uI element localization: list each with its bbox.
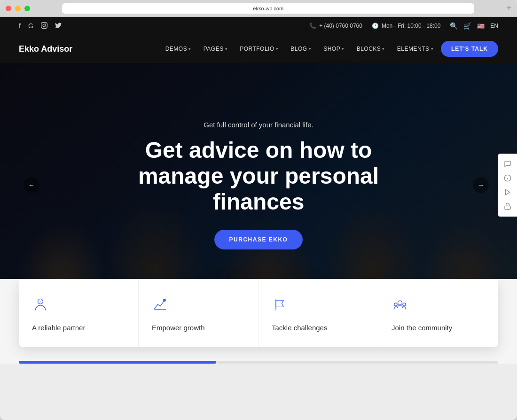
flag-icon: 🇺🇸: [477, 23, 485, 30]
clock-icon: 🕐: [372, 23, 379, 29]
lock-sidebar-icon[interactable]: [501, 200, 514, 213]
play-sidebar-icon[interactable]: [501, 186, 514, 199]
phone-number: + (40) 0760 0760: [319, 23, 362, 29]
feature-label-1: Empower growth: [152, 324, 205, 332]
blocks-arrow: ▾: [382, 47, 385, 51]
hero-section: Get full control of your financial life.…: [0, 63, 517, 307]
feature-card-3: Join the community: [378, 279, 498, 347]
nav-links: DEMOS ▾ PAGES ▾ PORTFOLIO ▾ BLOG ▾ SHOP: [161, 41, 498, 57]
sidebar-panel: [498, 154, 517, 217]
shop-arrow: ▾: [342, 47, 345, 51]
url-text: ekko-wp.com: [253, 6, 283, 11]
social-links: f G: [19, 22, 62, 30]
minimize-button[interactable]: [15, 6, 21, 11]
svg-point-11: [394, 303, 397, 306]
browser-window: ekko-wp.com + f G 📞 + (40) 0760 0760: [0, 0, 517, 420]
new-tab-button[interactable]: +: [506, 3, 511, 13]
cart-icon[interactable]: 🛒: [463, 22, 471, 30]
features-section: A reliable partner Empower growth: [0, 279, 517, 347]
top-bar: f G 📞 + (40) 0760 0760 🕐 Mon - Fri: 10:0…: [0, 17, 517, 35]
progress-section: [0, 347, 517, 364]
chat-sidebar-icon[interactable]: [501, 157, 514, 171]
google-icon[interactable]: G: [28, 22, 33, 30]
hero-title: Get advice on how to manage your persona…: [103, 137, 414, 215]
nav-demos[interactable]: DEMOS ▾: [161, 43, 196, 55]
pages-arrow: ▾: [225, 47, 228, 51]
nav-blog[interactable]: BLOG ▾: [286, 43, 316, 55]
phone-icon: 📞: [309, 23, 316, 29]
purchase-button[interactable]: PURCHASE EKKO: [214, 230, 303, 249]
language-text[interactable]: EN: [490, 23, 498, 29]
search-icon[interactable]: 🔍: [450, 22, 458, 30]
svg-point-10: [398, 301, 402, 305]
hours-text: Mon - Fri: 10:00 - 18:00: [382, 23, 440, 29]
svg-rect-4: [505, 206, 510, 209]
website-content: f G 📞 + (40) 0760 0760 🕐 Mon - Fri: 10:0…: [0, 17, 517, 420]
hero-content: Get full control of your financial life.…: [94, 121, 423, 250]
flag-icon: [272, 296, 289, 316]
hero-next-button[interactable]: →: [473, 177, 489, 193]
twitter-icon[interactable]: [55, 22, 62, 30]
svg-point-7: [164, 299, 166, 302]
feature-label-2: Tackle challenges: [272, 324, 327, 332]
community-icon: [392, 296, 408, 316]
blog-arrow: ▾: [309, 47, 312, 51]
feature-card-1: Empower growth: [139, 279, 258, 347]
phone-info: 📞 + (40) 0760 0760: [309, 23, 362, 29]
instagram-icon[interactable]: [41, 22, 47, 30]
nav-blocks[interactable]: BLOCKS ▾: [352, 43, 390, 55]
close-button[interactable]: [6, 6, 11, 11]
person-icon: [32, 296, 49, 316]
svg-point-12: [403, 303, 406, 306]
svg-point-6: [39, 301, 41, 303]
svg-marker-3: [505, 189, 509, 195]
topbar-actions: 🔍 🛒 🇺🇸 EN: [450, 22, 498, 30]
hero-prev-button[interactable]: ←: [24, 177, 39, 193]
hero-subtitle: Get full control of your financial life.: [103, 121, 414, 129]
nav-elements[interactable]: ELEMENTS ▾: [392, 43, 438, 55]
features-grid: A reliable partner Empower growth: [19, 279, 498, 347]
info-sidebar-icon[interactable]: [501, 171, 514, 185]
nav-portfolio[interactable]: PORTFOLIO ▾: [235, 43, 283, 55]
portfolio-arrow: ▾: [276, 47, 279, 51]
topbar-right: 📞 + (40) 0760 0760 🕐 Mon - Fri: 10:00 - …: [309, 22, 498, 30]
feature-label-0: A reliable partner: [32, 324, 85, 332]
address-bar[interactable]: ekko-wp.com: [62, 3, 474, 14]
maximize-button[interactable]: [24, 6, 30, 11]
feature-card-2: Tackle challenges: [258, 279, 378, 347]
elements-arrow: ▾: [431, 47, 434, 51]
browser-titlebar: ekko-wp.com +: [0, 0, 517, 17]
nav-shop[interactable]: SHOP ▾: [319, 43, 349, 55]
hours-info: 🕐 Mon - Fri: 10:00 - 18:00: [372, 23, 440, 29]
chart-icon: [152, 296, 169, 316]
lets-talk-button[interactable]: LET'S TALK: [441, 41, 498, 57]
facebook-icon[interactable]: f: [19, 22, 21, 30]
feature-card-0: A reliable partner: [19, 279, 139, 347]
demos-arrow: ▾: [188, 47, 191, 51]
feature-label-3: Join the community: [392, 324, 452, 332]
main-nav: Ekko Advisor DEMOS ▾ PAGES ▾ PORTFOLIO ▾…: [0, 35, 517, 63]
site-logo[interactable]: Ekko Advisor: [19, 44, 72, 54]
blue-progress-bar: [19, 361, 216, 364]
gray-progress-bar: [216, 361, 498, 364]
nav-pages[interactable]: PAGES ▾: [199, 43, 232, 55]
